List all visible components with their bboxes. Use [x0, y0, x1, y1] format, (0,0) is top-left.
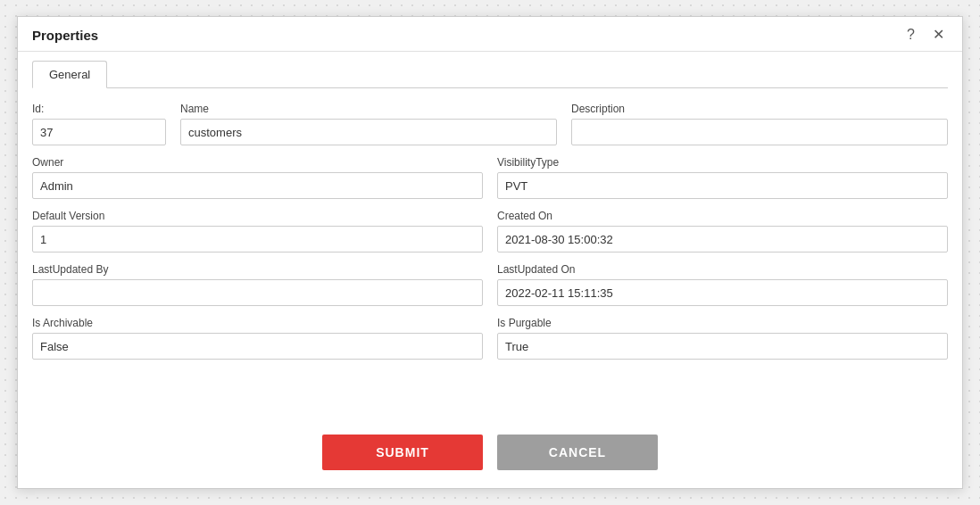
description-label: Description — [571, 103, 948, 115]
id-group: Id: — [32, 103, 166, 145]
owner-group: Owner — [32, 156, 483, 199]
last-updated-by-label: LastUpdated By — [32, 263, 483, 276]
dialog-title: Properties — [32, 28, 98, 43]
properties-dialog: Properties ? ✕ General Id: Name — [17, 16, 963, 489]
last-updated-by-input[interactable] — [32, 279, 483, 306]
last-updated-on-group: LastUpdated On — [497, 263, 948, 306]
visibility-type-label: VisibilityType — [497, 156, 948, 169]
form-row-5: Is Archivable Is Purgable — [32, 317, 948, 360]
default-version-group: Default Version — [32, 210, 483, 252]
description-input[interactable] — [571, 119, 948, 145]
last-updated-by-group: LastUpdated By — [32, 263, 483, 306]
last-updated-on-label: LastUpdated On — [497, 263, 948, 276]
form-row-4: LastUpdated By LastUpdated On — [32, 263, 948, 306]
created-on-group: Created On — [497, 210, 948, 252]
is-archivable-group: Is Archivable — [32, 317, 483, 360]
submit-button[interactable]: SUBMIT — [322, 435, 483, 470]
tab-general[interactable]: General — [32, 61, 107, 88]
tabs-container: General — [32, 61, 948, 88]
name-input[interactable] — [180, 119, 557, 145]
owner-input[interactable] — [32, 172, 483, 199]
form-row-2: Owner VisibilityType — [32, 156, 948, 199]
default-version-input[interactable] — [32, 226, 483, 252]
visibility-type-input[interactable] — [497, 172, 948, 199]
id-input[interactable] — [32, 119, 166, 145]
is-purgable-label: Is Purgable — [497, 317, 948, 329]
name-group: Name — [180, 103, 557, 145]
header-icons: ? ✕ — [903, 26, 948, 44]
description-group: Description — [571, 103, 948, 145]
owner-label: Owner — [32, 156, 483, 169]
dialog-header: Properties ? ✕ — [18, 17, 962, 52]
is-archivable-input[interactable] — [32, 333, 483, 360]
dialog-body: General Id: Name Description — [18, 52, 962, 420]
default-version-label: Default Version — [32, 210, 483, 222]
last-updated-on-input[interactable] — [497, 279, 948, 306]
created-on-label: Created On — [497, 210, 948, 222]
form-row-3: Default Version Created On — [32, 210, 948, 252]
is-purgable-input[interactable] — [497, 333, 948, 360]
form-row-1: Id: Name Description — [32, 103, 948, 145]
is-purgable-group: Is Purgable — [497, 317, 948, 360]
name-label: Name — [180, 103, 557, 115]
cancel-button[interactable]: CANCEL — [497, 435, 658, 470]
is-archivable-label: Is Archivable — [32, 317, 483, 329]
close-button[interactable]: ✕ — [929, 26, 948, 44]
form-grid: Id: Name Description Owner — [32, 103, 948, 370]
created-on-input[interactable] — [497, 226, 948, 252]
id-label: Id: — [32, 103, 166, 115]
dialog-footer: SUBMIT CANCEL — [18, 420, 962, 488]
help-button[interactable]: ? — [903, 26, 918, 44]
visibility-type-group: VisibilityType — [497, 156, 948, 199]
